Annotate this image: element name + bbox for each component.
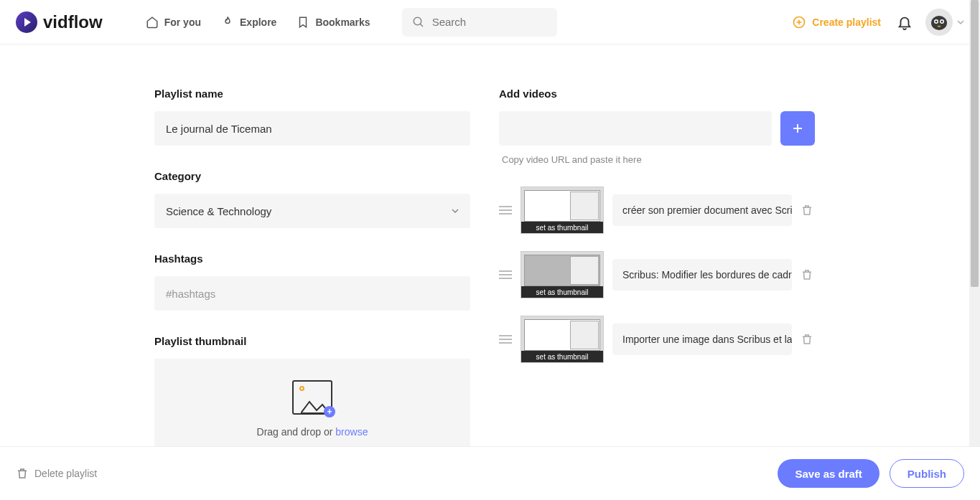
- svg-point-0: [414, 17, 421, 25]
- home-icon: [146, 16, 159, 29]
- video-title[interactable]: Importer une image dans Scribus et la mo: [612, 324, 792, 355]
- drag-handle-icon[interactable]: [499, 335, 512, 344]
- svg-point-9: [941, 20, 943, 22]
- thumbnail-label: Playlist thumbnail: [154, 335, 470, 347]
- add-video-button[interactable]: [780, 111, 815, 146]
- svg-line-1: [420, 24, 423, 27]
- drag-handle-icon[interactable]: [499, 206, 512, 214]
- user-menu[interactable]: [925, 9, 964, 36]
- logo-text: vidflow: [43, 12, 103, 32]
- save-draft-button[interactable]: Save as draft: [778, 459, 879, 488]
- footer: Delete playlist Save as draft Publish: [0, 446, 980, 500]
- nav-for-you[interactable]: For you: [146, 16, 201, 29]
- category-label: Category: [154, 170, 470, 182]
- fire-icon: [221, 16, 234, 29]
- nav-label: Explore: [240, 16, 276, 28]
- trash-icon[interactable]: [801, 333, 815, 346]
- playlist-name-label: Playlist name: [154, 88, 470, 100]
- thumbnail-upload-area[interactable]: + Drag and drop or browse: [154, 359, 470, 446]
- publish-button[interactable]: Publish: [890, 459, 964, 488]
- plus-circle-icon: [792, 15, 806, 29]
- hashtags-label: Hashtags: [154, 253, 470, 265]
- svg-point-5: [931, 16, 947, 30]
- video-title[interactable]: créer son premier document avec Scribus: [612, 194, 792, 226]
- nav-explore[interactable]: Explore: [221, 16, 276, 29]
- svg-point-8: [935, 20, 938, 22]
- set-thumbnail-button[interactable]: set as thumbnail: [521, 351, 603, 362]
- chevron-down-icon: [957, 19, 964, 26]
- category-select[interactable]: [154, 194, 470, 228]
- header: vidflow For you Explore Bookmarks: [0, 0, 980, 44]
- playlist-name-input[interactable]: [154, 111, 470, 146]
- video-row: set as thumbnail créer son premier docum…: [499, 187, 815, 234]
- trash-icon[interactable]: [801, 204, 815, 217]
- nav-label: Bookmarks: [315, 16, 370, 28]
- drag-handle-icon[interactable]: [499, 270, 512, 279]
- create-label: Create playlist: [812, 16, 881, 28]
- avatar: [925, 9, 953, 36]
- delete-playlist-button[interactable]: Delete playlist: [16, 467, 97, 480]
- trash-icon[interactable]: [801, 268, 815, 281]
- nav-label: For you: [164, 16, 201, 28]
- hashtags-input[interactable]: [154, 276, 470, 311]
- browse-link[interactable]: browse: [335, 426, 368, 438]
- create-playlist-button[interactable]: Create playlist: [792, 15, 881, 29]
- video-thumbnail[interactable]: set as thumbnail: [521, 251, 604, 298]
- url-helper-text: Copy video URL and paste it here: [502, 154, 815, 165]
- video-title[interactable]: Scribus: Modifier les bordures de cadres: [612, 259, 792, 291]
- image-icon: +: [292, 380, 332, 415]
- logo-icon: [16, 11, 37, 33]
- video-thumbnail[interactable]: set as thumbnail: [521, 316, 604, 363]
- video-thumbnail[interactable]: set as thumbnail: [521, 187, 604, 234]
- search-box[interactable]: [402, 8, 557, 37]
- upload-text: Drag and drop or browse: [257, 426, 368, 438]
- video-row: set as thumbnail Importer une image dans…: [499, 316, 815, 363]
- video-url-input[interactable]: [499, 111, 772, 146]
- bookmark-icon: [297, 16, 309, 29]
- logo[interactable]: vidflow: [16, 11, 103, 33]
- set-thumbnail-button[interactable]: set as thumbnail: [521, 286, 603, 298]
- set-thumbnail-button[interactable]: set as thumbnail: [521, 222, 603, 233]
- notifications-icon[interactable]: [897, 14, 913, 30]
- search-input[interactable]: [432, 16, 547, 28]
- trash-icon: [16, 467, 29, 480]
- nav-bookmarks[interactable]: Bookmarks: [297, 16, 370, 29]
- video-row: set as thumbnail Scribus: Modifier les b…: [499, 251, 815, 298]
- delete-label: Delete playlist: [34, 468, 97, 479]
- search-icon: [412, 16, 425, 29]
- scrollbar[interactable]: [969, 0, 980, 500]
- add-videos-label: Add videos: [499, 88, 815, 100]
